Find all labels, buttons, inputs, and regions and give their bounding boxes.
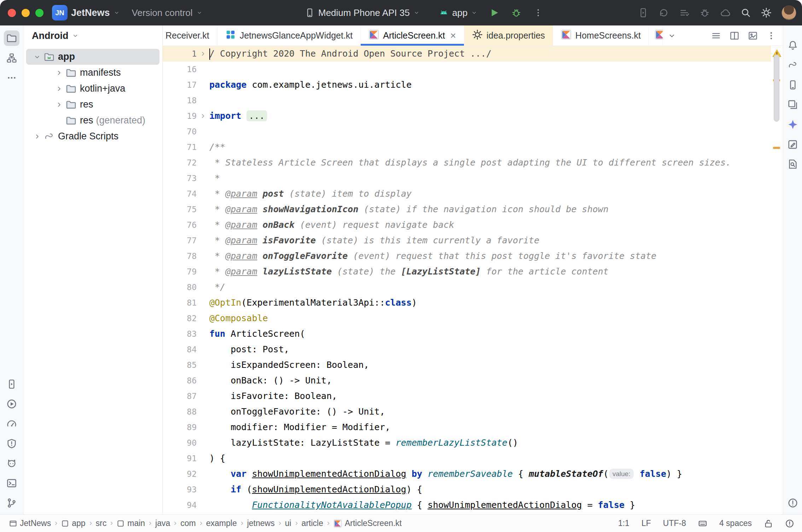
avatar[interactable]: [781, 5, 796, 20]
editor-tab-articlescreen-kt[interactable]: ArticleScreen.kt×: [361, 25, 464, 46]
running-devices-icon[interactable]: [785, 97, 801, 112]
code-line-94[interactable]: 94 FunctionalityNotAvailablePopup { show…: [163, 497, 771, 513]
breadcrumb-jetnews[interactable]: jetnews: [247, 519, 275, 528]
code-line-78[interactable]: 78 * @param onToggleFavorite (event) req…: [163, 248, 771, 264]
vcs-widget[interactable]: Version control: [128, 4, 206, 22]
close-window-button[interactable]: [8, 9, 16, 17]
editor-more-icon[interactable]: [764, 28, 779, 43]
editor-tab[interactable]: [649, 25, 663, 46]
editor-tab-idea-properties[interactable]: idea.properties: [464, 25, 553, 46]
todo-list-icon[interactable]: [679, 7, 690, 18]
version-control-tool-icon[interactable]: [4, 495, 19, 511]
editor-list-icon[interactable]: [709, 28, 723, 43]
highlighting-status-icon[interactable]: [785, 519, 794, 528]
code-line-89[interactable]: 89 modifier: Modifier = Modifier,: [163, 420, 771, 435]
code-line-91[interactable]: 91) {: [163, 451, 771, 466]
code-line-74[interactable]: 74 * @param post (state) item to display: [163, 186, 771, 202]
tab-list-chevron-icon[interactable]: [663, 25, 681, 46]
scrollbar-thumb[interactable]: [774, 54, 779, 122]
code-line-87[interactable]: 87 isFavorite: Boolean,: [163, 388, 771, 404]
keyboard-icon[interactable]: [698, 519, 707, 528]
breadcrumb-article[interactable]: article: [302, 519, 323, 528]
settings-icon[interactable]: [761, 7, 772, 18]
breadcrumb-app[interactable]: app: [61, 519, 85, 528]
logcat-icon[interactable]: [4, 456, 19, 471]
code-line-86[interactable]: 86 onBack: () -> Unit,: [163, 373, 771, 388]
profiler-icon[interactable]: [4, 416, 19, 432]
breadcrumb-main[interactable]: main: [117, 519, 145, 528]
project-widget[interactable]: JN JetNews: [48, 4, 123, 22]
breadcrumb-articlescreen-kt[interactable]: ArticleScreen.kt: [333, 519, 402, 528]
breadcrumb-com[interactable]: com: [180, 519, 196, 528]
layout-inspector-icon[interactable]: [785, 137, 801, 152]
code-line-18[interactable]: 18: [163, 93, 771, 108]
run-tool-icon[interactable]: [4, 396, 19, 412]
breadcrumb-java[interactable]: java: [155, 519, 170, 528]
minimize-window-button[interactable]: [22, 9, 30, 17]
more-tool-windows-icon[interactable]: [4, 70, 19, 86]
code-line-71[interactable]: 71/**: [163, 139, 771, 155]
tree-item-app[interactable]: app: [26, 49, 159, 65]
project-tool-icon[interactable]: [4, 30, 19, 46]
chevron-right-icon[interactable]: [54, 85, 64, 93]
device-streaming-icon[interactable]: [638, 7, 649, 18]
code-line-84[interactable]: 84 post: Post,: [163, 342, 771, 357]
tree-item-res[interactable]: res(generated): [26, 112, 159, 128]
file-encoding[interactable]: UTF-8: [663, 519, 686, 528]
breadcrumb-src[interactable]: src: [96, 519, 107, 528]
tree-item-gradle-scripts[interactable]: Gradle Scripts: [26, 128, 159, 144]
chevron-right-icon[interactable]: [54, 69, 64, 77]
gradle-icon[interactable]: [785, 57, 801, 73]
debug-button[interactable]: [508, 4, 525, 21]
fold-indicator-icon[interactable]: [197, 46, 209, 62]
code-editor[interactable]: 1/ Copyright 2020 The Android Open Sourc…: [163, 46, 771, 514]
code-line-83[interactable]: 83fun ArticleScreen(: [163, 326, 771, 342]
app-quality-insights-icon[interactable]: [4, 436, 19, 451]
code-line-79[interactable]: 79 * @param lazyListState (state) the [L…: [163, 264, 771, 279]
breadcrumb-ui[interactable]: ui: [285, 519, 291, 528]
code-line-82[interactable]: 82@Composable: [163, 311, 771, 326]
warning-stripe-mark[interactable]: [773, 147, 780, 149]
code-line-1[interactable]: 1/ Copyright 2020 The Android Open Sourc…: [163, 46, 771, 62]
file-writable-icon[interactable]: [764, 519, 773, 528]
code-line-75[interactable]: 75 * @param showNavigationIcon (state) i…: [163, 202, 771, 217]
notifications-icon[interactable]: [785, 37, 801, 53]
run-button[interactable]: [486, 4, 503, 21]
find-icon[interactable]: [785, 156, 801, 172]
run-config-selector[interactable]: app: [435, 4, 481, 22]
structure-tool-icon[interactable]: [4, 50, 19, 66]
terminal-icon[interactable]: [4, 475, 19, 491]
code-line-77[interactable]: 77 * @param isFavorite (state) is this i…: [163, 233, 771, 248]
device-selector[interactable]: Medium Phone API 35: [301, 4, 423, 22]
code-line-72[interactable]: 72 * Stateless Article Screen that displ…: [163, 155, 771, 170]
bug-report-icon[interactable]: [699, 7, 710, 18]
chevron-down-icon[interactable]: [32, 53, 42, 61]
code-line-16[interactable]: 16: [163, 62, 771, 77]
code-line-17[interactable]: 17package com.example.jetnews.ui.article: [163, 77, 771, 93]
zoom-window-button[interactable]: [35, 9, 43, 17]
tree-item-res[interactable]: res: [26, 97, 159, 112]
code-line-70[interactable]: 70: [163, 124, 771, 139]
chevron-right-icon[interactable]: [54, 101, 64, 109]
breadcrumb-jetnews[interactable]: JetNews: [9, 519, 51, 528]
close-tab-icon[interactable]: ×: [450, 31, 456, 41]
editor-tab-jetnewsglanceappwidget-kt[interactable]: JetnewsGlanceAppWidget.kt: [217, 25, 361, 46]
code-line-93[interactable]: 93 if (showUnimplementedActionDialog) {: [163, 482, 771, 497]
editor-split-icon[interactable]: [727, 28, 742, 43]
code-line-76[interactable]: 76 * @param onBack (event) request navig…: [163, 217, 771, 233]
code-line-81[interactable]: 81@OptIn(ExperimentalMaterial3Api::class…: [163, 295, 771, 311]
code-line-80[interactable]: 80 */: [163, 279, 771, 295]
backup-sync-icon[interactable]: [720, 7, 731, 18]
gemini-icon[interactable]: [785, 117, 801, 132]
code-line-92[interactable]: 92 var showUnimplementedActionDialog by …: [163, 466, 771, 482]
editor-preview-icon[interactable]: [745, 28, 760, 43]
running-devices-icon[interactable]: [4, 376, 19, 392]
code-line-85[interactable]: 85 isExpandedScreen: Boolean,: [163, 357, 771, 373]
tree-item-manifests[interactable]: manifests: [26, 65, 159, 81]
code-line-19[interactable]: 19import ...: [163, 108, 771, 124]
device-manager-icon[interactable]: [785, 77, 801, 93]
code-line-73[interactable]: 73 *: [163, 170, 771, 186]
more-run-options-icon[interactable]: [530, 4, 547, 21]
code-line-88[interactable]: 88 onToggleFavorite: () -> Unit,: [163, 404, 771, 420]
scrollbar-area[interactable]: [771, 46, 783, 514]
